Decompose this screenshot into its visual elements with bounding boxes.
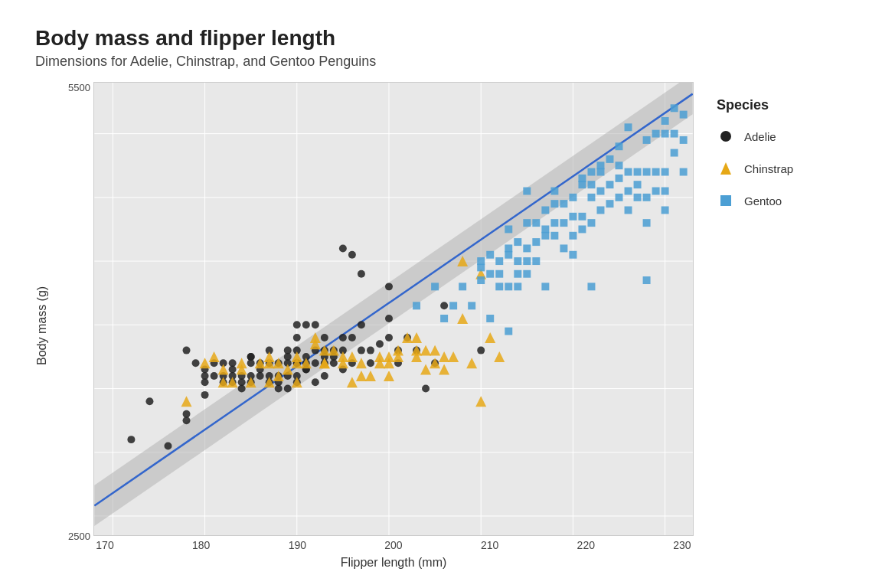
svg-point-29 [201,391,209,399]
svg-marker-143 [356,358,367,368]
svg-point-59 [284,385,292,393]
svg-marker-165 [466,358,477,368]
svg-rect-241 [643,194,651,201]
svg-rect-261 [514,283,521,290]
legend-title: Species [717,97,839,113]
svg-rect-231 [616,162,623,169]
svg-rect-214 [578,225,586,233]
svg-rect-183 [495,283,503,290]
svg-point-47 [247,353,255,361]
svg-rect-180 [486,251,494,259]
adelie-symbol [717,127,735,145]
svg-point-83 [321,372,328,380]
svg-rect-218 [587,219,595,227]
svg-rect-240 [643,219,651,227]
legend-label-adelie: Adelie [744,130,776,143]
svg-point-87 [330,359,338,367]
svg-point-91 [339,244,347,252]
svg-point-100 [376,340,384,348]
svg-rect-205 [550,200,558,207]
svg-marker-112 [181,396,192,407]
svg-point-79 [312,321,319,328]
svg-rect-233 [625,206,632,214]
svg-rect-249 [662,130,669,138]
svg-rect-228 [606,155,614,163]
svg-rect-237 [634,194,642,201]
svg-point-50 [256,372,264,380]
svg-rect-195 [523,219,531,227]
svg-marker-156 [420,364,431,375]
x-tick-200: 200 [382,539,405,551]
svg-rect-247 [662,188,669,195]
svg-point-93 [348,334,356,341]
svg-rect-188 [505,225,512,233]
gentoo-symbol [717,191,735,210]
svg-point-111 [477,347,485,354]
svg-point-263 [720,131,731,142]
svg-rect-260 [541,283,549,290]
svg-marker-159 [430,345,440,356]
svg-point-110 [440,302,448,309]
svg-point-98 [367,359,374,367]
svg-marker-168 [485,332,495,343]
legend: Species Adelie Chinstrap [694,82,847,570]
svg-rect-203 [550,232,558,240]
chart-and-legend: 2500 5500 2500350045005500 1701801902002… [55,82,847,570]
svg-rect-225 [596,162,604,169]
svg-rect-182 [495,270,503,278]
svg-marker-167 [475,396,486,407]
svg-marker-116 [218,364,229,375]
chart-svg: 2500350045005500 [94,83,693,535]
svg-rect-236 [625,123,632,131]
svg-rect-184 [495,257,503,265]
svg-marker-142 [356,371,367,381]
x-axis-title: Flipper length (mm) [93,556,694,570]
svg-rect-254 [680,168,688,176]
svg-marker-160 [439,364,449,375]
y-tick-5500: 5500 [68,82,90,93]
x-tick-190: 190 [286,539,309,551]
svg-point-102 [385,315,393,322]
svg-point-63 [284,353,292,361]
svg-marker-119 [237,358,247,368]
svg-rect-194 [523,244,531,252]
svg-rect-232 [616,142,623,150]
svg-rect-178 [477,276,485,284]
svg-marker-144 [365,371,376,381]
svg-marker-141 [347,351,358,362]
svg-rect-227 [606,181,614,188]
svg-rect-229 [616,194,623,201]
svg-marker-264 [720,162,731,175]
y-tick-2500: 2500 [68,531,90,542]
x-tick-180: 180 [190,539,213,551]
plot-area-wrap: 2500 5500 2500350045005500 1701801902002… [55,82,694,570]
svg-point-38 [229,359,237,367]
svg-rect-181 [486,315,494,322]
svg-rect-212 [569,194,577,201]
svg-rect-258 [643,276,651,284]
svg-rect-207 [560,244,567,252]
svg-marker-140 [347,377,358,387]
svg-rect-197 [532,257,540,265]
svg-point-84 [321,334,328,341]
svg-point-41 [238,385,246,393]
svg-point-20 [127,436,135,443]
x-tick-170: 170 [93,539,116,551]
svg-point-22 [165,442,172,449]
svg-rect-187 [505,244,512,252]
svg-point-96 [358,321,365,328]
svg-marker-155 [411,332,422,343]
svg-rect-217 [578,175,586,182]
svg-rect-204 [550,219,558,227]
legend-label-chinstrap: Chinstrap [744,162,793,175]
svg-rect-223 [596,188,604,195]
svg-marker-148 [384,371,394,381]
svg-rect-259 [587,283,595,290]
svg-point-78 [312,378,319,386]
svg-marker-114 [209,351,220,362]
svg-point-21 [145,397,153,405]
svg-rect-193 [523,270,531,278]
svg-rect-242 [643,168,651,176]
svg-rect-245 [652,168,660,176]
legend-item-chinstrap: Chinstrap [717,159,839,178]
